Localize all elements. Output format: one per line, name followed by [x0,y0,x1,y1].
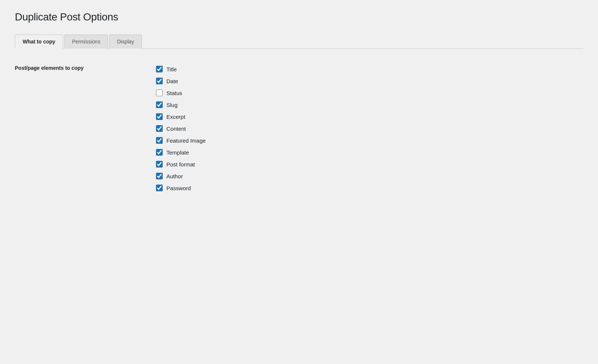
checkbox-label-excerpt[interactable]: Excerpt [166,114,185,120]
checkbox-item-author: Author [156,170,206,182]
checkbox-title[interactable] [156,66,163,72]
checkbox-item-featured-image: Featured Image [156,135,206,146]
checkbox-author[interactable] [156,173,163,179]
checkbox-date[interactable] [156,78,163,84]
checkbox-item-status: Status [156,87,206,98]
form-label: Post/page elements to copy [15,64,156,71]
checkbox-label-featured-image[interactable]: Featured Image [166,137,206,144]
tab-permissions[interactable]: Permissions [64,35,108,49]
checkbox-content[interactable] [156,125,163,132]
tab-display[interactable]: Display [109,35,142,49]
checkbox-label-post-format[interactable]: Post format [166,161,195,168]
checkbox-label-password[interactable]: Password [166,185,191,191]
checkbox-item-password: Password [156,182,206,194]
form-row: Post/page elements to copy TitleDateStat… [15,64,583,194]
checkbox-item-excerpt: Excerpt [156,111,206,122]
tabs-container: What to copyPermissionsDisplay [15,34,583,49]
checkbox-item-template: Template [156,147,206,158]
checkbox-slug[interactable] [156,101,163,108]
checkbox-item-content: Content [156,123,206,134]
checkboxes-column: TitleDateStatusSlugExcerptContentFeature… [156,64,206,194]
checkbox-label-title[interactable]: Title [166,66,177,72]
checkbox-label-content[interactable]: Content [166,126,186,132]
page-title: Duplicate Post Options [15,11,583,23]
checkbox-post-format[interactable] [156,161,163,168]
checkbox-status[interactable] [156,90,163,96]
checkbox-excerpt[interactable] [156,113,163,120]
checkbox-label-date[interactable]: Date [166,78,178,84]
checkbox-template[interactable] [156,149,163,156]
checkbox-label-template[interactable]: Template [166,149,189,156]
content-area: Post/page elements to copy TitleDateStat… [15,60,583,201]
checkbox-item-slug: Slug [156,99,206,110]
checkbox-label-status[interactable]: Status [166,90,182,96]
tab-what-to-copy[interactable]: What to copy [15,35,63,49]
checkbox-item-date: Date [156,75,206,87]
checkbox-item-post-format: Post format [156,159,206,170]
checkbox-label-author[interactable]: Author [166,173,183,179]
checkbox-item-title: Title [156,64,206,75]
checkbox-password[interactable] [156,185,163,191]
checkbox-label-slug[interactable]: Slug [166,102,178,108]
checkbox-featured-image[interactable] [156,137,163,144]
